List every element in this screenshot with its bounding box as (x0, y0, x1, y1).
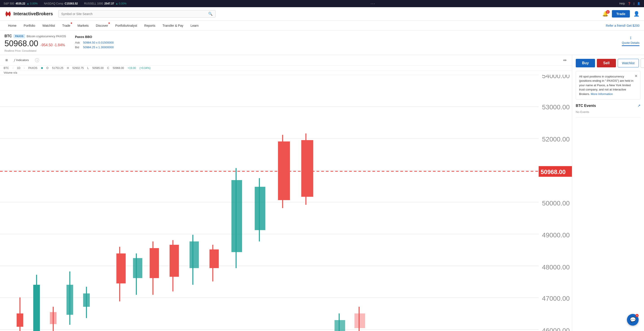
right-panel: Buy Sell Watchlist 🔔 ✕ All spot position… (572, 55, 644, 331)
symbol-bid-ask: Paxos BBO Ask 50984.50 x 0.01500000 Bid … (75, 34, 114, 49)
trade-button[interactable]: Trade (612, 10, 630, 18)
ohlc-close: 50968.00 (113, 66, 124, 70)
ticker-sp500-value: 4535.22 (16, 2, 25, 5)
chart-period-dot: · (24, 66, 25, 70)
ticker-russell-change: ▲ 0.00% (116, 2, 126, 5)
svg-text:50000.00: 50000.00 (542, 199, 570, 206)
help-label[interactable]: Help (619, 2, 625, 5)
nav-home[interactable]: Home (4, 21, 20, 30)
ohlc-open: 51753.25 (52, 66, 63, 70)
ticker-bar: S&P 500 4535.22 ▲ 0.00% NASDAQ Comp C153… (0, 0, 644, 7)
symbol-badge[interactable]: PAXOS (14, 34, 25, 38)
candle-icon: ⊞ (6, 58, 8, 62)
realtime-dot (41, 67, 43, 69)
svg-text:54000.00: 54000.00 (542, 75, 570, 80)
nav-watchlist[interactable]: Watchlist (39, 21, 58, 30)
svg-rect-54 (334, 320, 345, 331)
events-header: BTC Events ↗ (576, 104, 640, 108)
help-icon[interactable]: ❓ (628, 2, 631, 5)
ask-value: 50984.50 x 0.01500000 (83, 41, 114, 44)
symbol-price: 50968.00 (4, 39, 38, 48)
events-title: BTC Events (576, 104, 596, 108)
expand-icon: ⇔ (563, 58, 566, 63)
search-input[interactable] (61, 12, 206, 16)
svg-text:53000.00: 53000.00 (542, 103, 570, 111)
ticker-sp500: S&P 500 4535.22 ▲ 0.00% (4, 2, 38, 5)
chat-badge: ● (636, 314, 638, 317)
chat-bubble[interactable]: 💬 ● (627, 314, 638, 326)
notification-badge: 2 (606, 10, 610, 14)
ohlc-high-label: H (67, 66, 69, 70)
logo-text-normal: Interactive (14, 11, 36, 16)
alert-button[interactable]: 🔔 (641, 58, 644, 68)
expand-button[interactable]: ⇔ (561, 57, 568, 64)
ticker-more-dots[interactable]: ··· (370, 1, 375, 6)
svg-rect-52 (301, 140, 313, 197)
trade-dot (71, 22, 72, 24)
svg-text:47000.00: 47000.00 (542, 294, 570, 302)
ohlc-change-pct: (+0.04%) (140, 66, 150, 70)
ticker-nasdaq-label: NASDAQ Comp (44, 2, 63, 5)
symbol-header: BTC PAXOS Bitcoin cryptocurrency PAXOS 5… (0, 30, 644, 55)
info-box-close[interactable]: ✕ (634, 74, 638, 79)
svg-rect-36 (133, 258, 142, 278)
ticker-russell-label: RUSSELL 1000 (84, 2, 103, 5)
discover-dot (108, 22, 110, 24)
symbol-change-abs: -954.50 (40, 43, 52, 47)
svg-text:46000.00: 46000.00 (542, 326, 570, 331)
svg-rect-56 (354, 313, 365, 328)
candle-type-button[interactable]: ⊞ (4, 58, 10, 63)
svg-rect-32 (83, 293, 90, 306)
nav-learn[interactable]: Learn (187, 21, 202, 30)
divider: | (634, 2, 634, 5)
ticker-russell-value: 2547.37 (104, 2, 114, 5)
search-icon[interactable]: 🔍 (208, 12, 213, 16)
svg-rect-42 (190, 242, 199, 268)
bid-label: Bid (75, 46, 81, 49)
svg-rect-44 (210, 249, 219, 268)
ticker-sp500-label: S&P 500 (4, 2, 14, 5)
watchlist-button[interactable]: Watchlist (618, 59, 639, 67)
events-divider (576, 117, 640, 118)
bbo-title: Paxos BBO (75, 35, 114, 38)
nav-transfer-pay[interactable]: Transfer & Pay (159, 21, 187, 30)
ohlc-low: 50585.00 (92, 66, 104, 70)
nav-portfolioanalyst[interactable]: PortfolioAnalyst (112, 21, 140, 30)
svg-text:49000.00: 49000.00 (542, 231, 570, 239)
search-bar[interactable]: 🔍 (58, 10, 216, 18)
ask-label: Ask (75, 41, 81, 44)
nav-portfolio[interactable]: Portfolio (20, 21, 38, 30)
notification-bell[interactable]: 🔔 2 (602, 11, 608, 17)
nav-refer[interactable]: Refer a friend! Get $200 (606, 24, 640, 28)
ohlc-high: 52932.75 (72, 66, 84, 70)
nav-discover[interactable]: Discover (92, 21, 112, 30)
symbol-info: BTC PAXOS Bitcoin cryptocurrency PAXOS 5… (4, 34, 66, 52)
events-link[interactable]: ↗ (638, 104, 640, 108)
svg-rect-48 (255, 186, 265, 230)
nav-reports[interactable]: Reports (141, 21, 159, 30)
more-info-link[interactable]: More Information (591, 92, 613, 96)
logo-text-bold: Brokers (36, 11, 53, 16)
svg-text:48000.00: 48000.00 (542, 263, 570, 270)
candlestick-chart[interactable]: 54000.00 53000.00 52000.00 51000.00 5000… (0, 75, 572, 331)
symbol-ticker: BTC (4, 34, 12, 38)
user-avatar[interactable]: 👤 (634, 11, 640, 17)
indicators-button[interactable]: 𝑓 Indicators (12, 57, 30, 63)
user-icon[interactable]: 👤 (637, 2, 640, 5)
nav-trade[interactable]: Trade (58, 21, 74, 30)
bid-value: 50984.25 x 1.30000000 (83, 46, 114, 49)
sell-button[interactable]: Sell (597, 59, 616, 67)
info-button[interactable]: i (33, 57, 41, 63)
main-nav: Home Portfolio Watchlist Trade Markets D… (0, 21, 644, 30)
svg-rect-40 (170, 245, 179, 277)
ticker-sp500-change: ▲ 0.00% (27, 2, 38, 5)
buy-button[interactable]: Buy (576, 59, 595, 67)
indicators-label: Indicators (16, 58, 29, 62)
quote-details[interactable]: ↕ Quote Details (622, 34, 640, 46)
quote-arrows-icon: ↕ (630, 35, 632, 40)
symbol-name-row: BTC PAXOS Bitcoin cryptocurrency PAXOS (4, 34, 66, 38)
chart-svg-container[interactable]: 54000.00 53000.00 52000.00 51000.00 5000… (0, 75, 572, 331)
nav-markets[interactable]: Markets (74, 21, 92, 30)
ticker-nasdaq-value: C15363.52 (65, 2, 78, 5)
logo[interactable]: InteractiveBrokers (4, 10, 53, 18)
